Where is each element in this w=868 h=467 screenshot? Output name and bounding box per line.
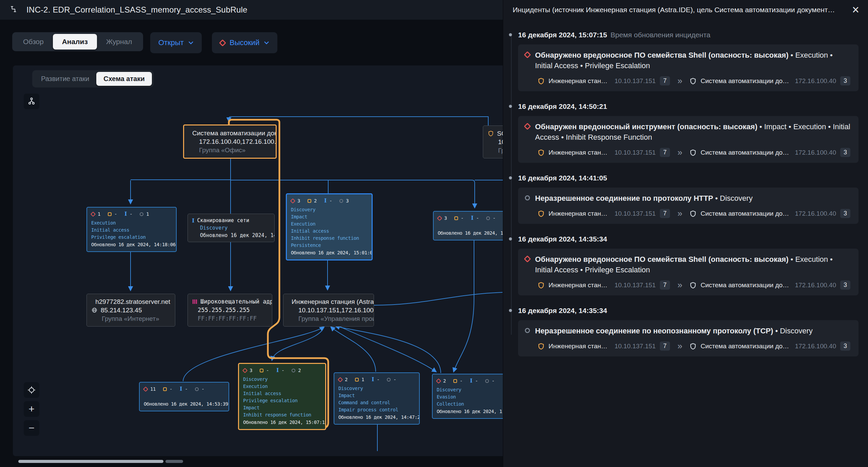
close-icon[interactable]: × xyxy=(852,4,859,16)
timeline-entry: 16 декабря 2024, 14:41:05 Неразрешенное … xyxy=(518,173,859,224)
entry-timestamp: 16 декабря 2024, 14:35:34 xyxy=(518,235,607,243)
source-count-badge[interactable]: 7 xyxy=(660,280,670,290)
incident-title: INC-2. EDR_Correlation_LSASS_memory_acce… xyxy=(26,5,248,15)
target-count-badge[interactable]: 3 xyxy=(840,76,850,85)
node-office-system[interactable]: Система автоматизации доку… 172.16.100.4… xyxy=(183,124,277,159)
horizontal-scrollbar-segment[interactable] xyxy=(165,460,183,463)
info-circle-icon xyxy=(339,199,343,203)
plus-icon: + xyxy=(28,404,35,414)
node-event-left[interactable]: 1 - - 1 Execution Initial access Privile… xyxy=(86,207,177,252)
source-count-badge[interactable]: 7 xyxy=(660,148,670,157)
node-event-bottom-right[interactable]: 2 - - - Discovery Evasion Collection Обн… xyxy=(432,374,515,419)
node-network-scan[interactable]: Сканирование сети Discovery Обновлено 16… xyxy=(188,214,275,242)
info-circle-icon xyxy=(525,195,530,200)
tab-attack-schema[interactable]: Схема атаки xyxy=(96,72,152,86)
target-asset-name: Система автоматизации док… xyxy=(701,343,791,350)
zoom-in-button[interactable]: + xyxy=(24,401,39,417)
source-count-badge[interactable]: 7 xyxy=(660,209,670,218)
info-circle-icon xyxy=(485,379,489,383)
horizontal-scrollbar-thumb[interactable] xyxy=(18,460,163,463)
target-count-badge[interactable]: 3 xyxy=(840,280,850,290)
double-chevron-icon: » xyxy=(677,147,682,158)
incident-timeline: 16 декабря 2024, 15:07:15Время обновлени… xyxy=(503,20,868,467)
incident-card[interactable]: Обнаружено вредоносное ПО семейства Shel… xyxy=(518,249,859,295)
asset-square-icon xyxy=(260,369,263,372)
entry-timestamp: 16 декабря 2024, 14:35:34 xyxy=(518,307,607,314)
globe-icon xyxy=(92,307,97,313)
severity-diamond-icon xyxy=(290,198,296,204)
fit-view-button[interactable] xyxy=(24,382,39,398)
node-updated: Обновлено 16 дек 2024, 1 xyxy=(437,408,510,415)
node-updated: Обновлено 16 дек 2024, 15:07:15 xyxy=(243,419,321,426)
severity-diamond-icon xyxy=(436,378,441,384)
target-count-badge[interactable]: 3 xyxy=(840,148,850,157)
incident-card[interactable]: Неразрешенное соединение по неопознанном… xyxy=(518,320,859,356)
severity-diamond-icon xyxy=(437,216,442,221)
status-dropdown[interactable]: Открыт xyxy=(150,32,202,53)
tab-overview[interactable]: Обзор xyxy=(14,34,53,50)
incident-card[interactable]: Обнаружен вредоносный инструмент (опасно… xyxy=(518,116,859,163)
graph-view-tabs: Развитие атаки Схема атаки xyxy=(32,70,154,87)
target-asset-name: Система автоматизации док… xyxy=(701,281,791,289)
incident-card-title: Обнаружено вредоносное ПО семейства Shel… xyxy=(535,51,788,59)
timeline-entry: 16 декабря 2024, 14:50:21 Обнаружен вред… xyxy=(518,101,859,163)
node-event-command-control[interactable]: 2 1 - - Discovery Impact Command and con… xyxy=(334,372,420,425)
info-circle-icon xyxy=(292,369,295,372)
event-ibeam-icon xyxy=(470,377,472,385)
incident-card[interactable]: Обнаружено вредоносное ПО семейства Shel… xyxy=(518,44,859,91)
shield-icon xyxy=(690,343,696,350)
node-updated: Обновлено 16 дек 2024, 14:18:06 xyxy=(91,241,172,248)
severity-diamond-icon xyxy=(91,212,96,217)
incident-card-tactics: • Discovery xyxy=(773,327,813,335)
incident-assets-row: Инженерная станц… 10.10.137.151 7 » Сист… xyxy=(538,147,850,158)
node-broadcast[interactable]: Широковещательный адрес 255.255.255.255 … xyxy=(188,294,272,327)
double-chevron-icon: » xyxy=(677,76,682,86)
source-count-badge[interactable]: 7 xyxy=(660,342,670,351)
tab-attack-progress[interactable]: Развитие атаки xyxy=(34,72,96,86)
node-updated: Обновлено 16 дек 2024, 14:53:39 xyxy=(144,401,224,408)
event-ibeam-icon xyxy=(180,386,182,393)
severity-dropdown[interactable]: Высокий xyxy=(212,32,277,53)
tab-analysis[interactable]: Анализ xyxy=(53,34,97,50)
node-stratoserver[interactable]: h2977282.stratoserver.net 85.214.123.45 … xyxy=(86,294,175,327)
source-count-badge[interactable]: 7 xyxy=(660,76,670,85)
incident-card-title: Обнаружено вредоносное ПО семейства Shel… xyxy=(535,255,788,264)
target-count-badge[interactable]: 3 xyxy=(840,209,850,218)
target-asset-ip: 172.16.100.40 xyxy=(795,281,836,289)
target-asset-name: Система автоматизации док… xyxy=(701,210,791,217)
node-event-orange-correlated[interactable]: 3 - - 2 Discovery Execution Initial acce… xyxy=(238,363,326,430)
tab-journal[interactable]: Журнал xyxy=(97,34,141,50)
incident-card[interactable]: Неразрешенное соединение по протоколу HT… xyxy=(518,188,859,224)
node-event-right[interactable]: 3 - - - Обновлено 16 дек 2024, 1 xyxy=(433,211,514,240)
side-panel-header: Инциденты (источник Инженерная станция (… xyxy=(503,0,868,20)
severity-diamond-icon xyxy=(143,387,149,392)
target-asset-name: Система автоматизации док… xyxy=(701,77,791,85)
shield-icon xyxy=(690,78,696,84)
severity-diamond-icon xyxy=(524,255,531,262)
timeline-entry: 16 декабря 2024, 15:07:15Время обновлени… xyxy=(518,30,859,91)
info-circle-icon xyxy=(525,328,530,333)
shield-icon xyxy=(538,343,545,350)
node-updated: Обновлено 16 дек 2024, 14:47:28 xyxy=(338,414,415,421)
event-ibeam-icon xyxy=(192,217,194,224)
layout-hierarchy-button[interactable] xyxy=(24,94,39,109)
incident-assets-row: Инженерная станц… 10.10.137.151 7 » Сист… xyxy=(538,76,850,86)
crosshair-icon xyxy=(27,386,36,394)
incident-card-title: Неразрешенное соединение по неопознанном… xyxy=(535,327,773,335)
target-count-badge[interactable]: 3 xyxy=(840,342,850,351)
node-engineering-station[interactable]: Инженерная станция (Astra.I… 10.10.137.1… xyxy=(283,294,374,327)
shield-icon xyxy=(538,210,545,217)
incident-branch-icon xyxy=(10,5,19,14)
node-event-central-selected[interactable]: 3 2 - 3 Discovery Impact Execution Initi… xyxy=(286,193,373,260)
event-badges: 2 1 - - xyxy=(338,376,415,383)
chevron-down-icon xyxy=(264,41,269,44)
source-asset-ip: 10.10.137.151 xyxy=(614,77,656,85)
node-event-bottom-left[interactable]: 11 - - - Обновлено 16 дек 2024, 14:53:39 xyxy=(139,382,229,411)
source-asset-name: Инженерная станц… xyxy=(549,77,611,85)
severity-dropdown-label: Высокий xyxy=(230,38,259,47)
side-panel-title: Инциденты (источник Инженерная станция (… xyxy=(513,6,846,14)
event-badges: 3 2 - 3 xyxy=(291,197,368,205)
event-badges: 11 - - - xyxy=(144,386,224,393)
severity-diamond-icon xyxy=(524,123,531,130)
zoom-out-button[interactable]: − xyxy=(24,420,39,436)
